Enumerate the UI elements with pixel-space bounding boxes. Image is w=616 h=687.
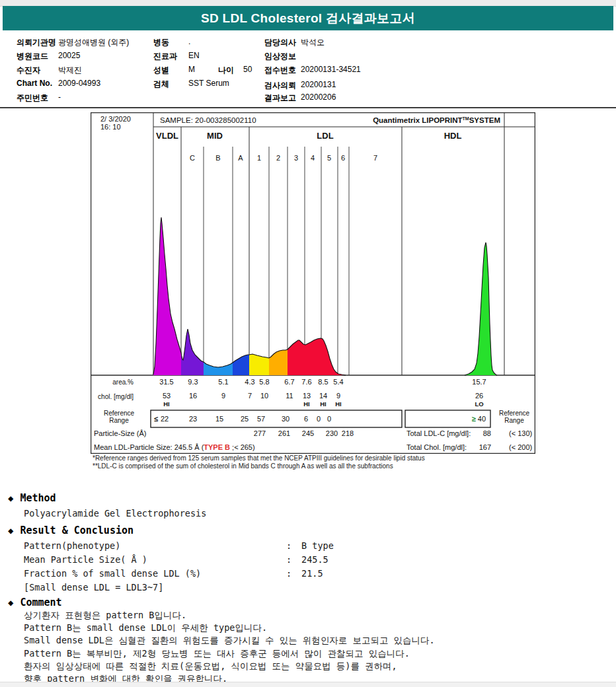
- lte-sign: ≤: [154, 415, 158, 423]
- grid-lines: [91, 112, 535, 453]
- result-heading-text: Result & Conclusion: [20, 524, 134, 536]
- field-label: 검체: [153, 79, 169, 90]
- subband-label: A: [238, 154, 243, 162]
- field-label: 나이: [218, 65, 234, 76]
- chol-value: 9: [336, 392, 340, 400]
- comment-heading-text: Comment: [20, 597, 61, 608]
- mid-b-band-fill: [204, 362, 233, 375]
- hi-flag: HI: [335, 400, 342, 408]
- field-label: 담당의사: [264, 37, 296, 48]
- particle-size-value: 245: [302, 429, 314, 437]
- field-value: 20200131: [301, 80, 336, 89]
- ref-value: 30: [282, 415, 289, 423]
- ref-range-label-line2: Range: [109, 417, 129, 424]
- result-value: 21.5: [301, 568, 323, 582]
- area-value: 7.6: [301, 378, 311, 386]
- chol-value: 16: [189, 392, 197, 400]
- total-ldl-value: 88: [483, 429, 491, 437]
- field-value: .: [188, 37, 190, 46]
- chol-value: 53: [163, 392, 171, 400]
- chol-value: 9: [221, 392, 225, 400]
- field-value: 2009-04993: [58, 79, 100, 88]
- field-label: 접수번호: [264, 65, 296, 76]
- result-value: 245.5: [301, 554, 328, 568]
- result-colon: :: [286, 554, 301, 568]
- diamond-bullet-icon: ◆: [8, 525, 13, 536]
- result-note: [Small dense LDL = LDL3~7]: [24, 582, 334, 596]
- chol-value: 14: [319, 392, 327, 400]
- field-value: 20025: [58, 51, 80, 60]
- mean-particle-size-line: Mean LDL-Particle Size: 245.5 Å (TYPE B …: [94, 443, 255, 451]
- ldl3-7-band-fill: [288, 338, 346, 375]
- result-colon: :: [286, 540, 301, 554]
- result-note-text: [Small dense LDL = LDL3~7]: [24, 582, 163, 596]
- gel-run-time: 16: 10: [100, 123, 121, 131]
- chart-footnotes: *Reference ranges derived from 125 serum…: [93, 454, 542, 470]
- particle-size-value: 277: [254, 429, 266, 437]
- page-bottom-strip: [0, 682, 616, 687]
- comment-line: 환자의 임상상태에 따른 적절한 치료(운동요법, 식이요법 또는 약물요법 등…: [24, 660, 435, 672]
- ref-range-label-right-line2: Range: [504, 417, 524, 424]
- chol-value-hdl: 26: [475, 392, 483, 400]
- area-row-label: area.%: [112, 379, 134, 386]
- ref-value: 6: [304, 415, 308, 423]
- comment-line: 상기환자 표현형은 pattern B입니다.: [24, 609, 435, 622]
- field-value: 20200131-34521: [301, 65, 361, 74]
- field-label: 수진자: [17, 65, 40, 76]
- field-label: 의뢰기관명: [17, 37, 56, 48]
- field-value: EN: [188, 51, 200, 60]
- result-label: Fraction % of small dense LDL (%): [24, 568, 286, 582]
- lab-report-page: { "title": "SD LDL Cholesterol 검사결과보고서",…: [0, 0, 616, 687]
- pattern-type-flag: TYPE B: [204, 443, 230, 451]
- method-heading-text: Method: [20, 492, 56, 504]
- mean-prefix: Mean LDL-Particle Size: 245.5 Å (: [94, 443, 204, 451]
- field-value: M: [188, 65, 195, 74]
- result-section-heading: ◆Result & Conclusion: [8, 524, 134, 536]
- total-ldl-label: Total LDL-C [mg/dl]:: [406, 429, 471, 437]
- subband-label: 5: [327, 154, 331, 162]
- ref-value: 22: [161, 415, 169, 423]
- subband-label: C: [190, 154, 195, 162]
- ref-value: 0: [317, 415, 321, 423]
- result-row: Pattern(phenotype):B type: [24, 540, 334, 554]
- particle-size-value: 230: [326, 429, 338, 437]
- area-value: 31.5: [159, 378, 173, 386]
- particle-size-value: 261: [278, 429, 290, 437]
- result-colon: :: [286, 568, 301, 582]
- brand-part2: SYSTEM: [469, 116, 500, 124]
- hdl-ref-number: 40: [476, 415, 486, 423]
- total-chol-label: Total Chol. [mg/dl]:: [406, 443, 467, 451]
- result-label: Pattern(phenotype): [24, 540, 286, 554]
- brand-tm-mark: TM: [463, 116, 469, 121]
- ref-value: 15: [215, 415, 223, 423]
- total-chol-value: 167: [479, 443, 491, 451]
- area-value: 6.7: [284, 378, 294, 386]
- chol-row-label: chol. [mg/dl]: [98, 393, 134, 400]
- chol-value: 10: [260, 392, 268, 400]
- ref-value: 0: [327, 415, 331, 423]
- result-value: B type: [301, 540, 334, 554]
- ref-range-label-line1: Reference: [104, 410, 135, 417]
- hdl-ref-value: ≥ 40: [472, 415, 486, 423]
- total-ldl-ref: (< 130): [509, 429, 532, 437]
- footnote-2: **LDL-C is comprised of the sum of chole…: [93, 462, 542, 470]
- result-row: Fraction % of small dense LDL (%):21.5: [24, 568, 334, 582]
- field-label: 임상정보: [264, 51, 296, 62]
- particle-size-row-label: Particle-Size (Å): [94, 429, 146, 437]
- subband-label: 1: [257, 154, 261, 162]
- footnote-1: *Reference ranges derived from 125 serum…: [93, 454, 542, 462]
- field-value: 20200206: [301, 92, 336, 102]
- page-title: SD LDL Cholesterol 검사결과보고서: [201, 10, 415, 27]
- section-divider: [0, 107, 616, 108]
- area-value: 5.4: [333, 378, 343, 386]
- area-value: 5.1: [218, 378, 228, 386]
- field-label: Chart No.: [17, 79, 52, 88]
- field-value: 박제진: [58, 65, 82, 76]
- band-group-vldl: VLDL: [156, 131, 178, 141]
- ref-value: 23: [189, 415, 197, 423]
- chol-value: 11: [286, 392, 293, 400]
- chol-value: 7: [248, 392, 252, 400]
- diamond-bullet-icon: ◆: [8, 493, 13, 503]
- subband-label: 3: [294, 154, 298, 162]
- lo-flag: LO: [475, 400, 483, 408]
